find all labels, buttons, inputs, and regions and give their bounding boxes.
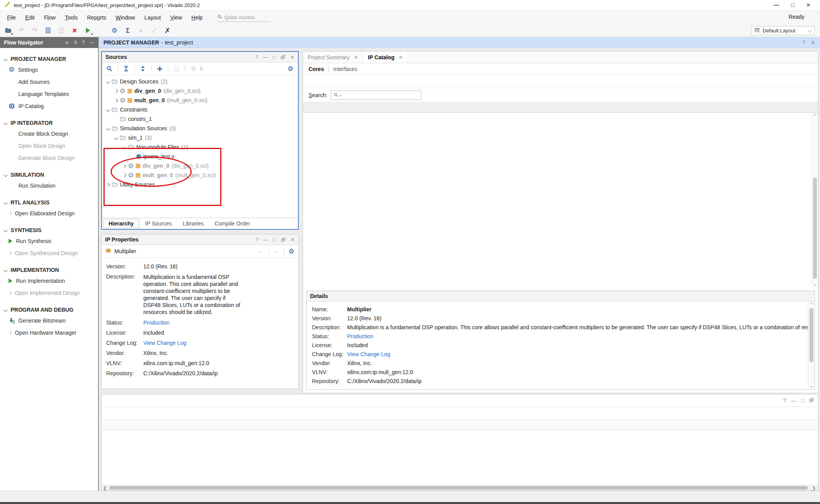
chevron-right-icon[interactable]	[123, 164, 127, 168]
help-icon[interactable]: ?	[783, 398, 786, 404]
chevron-right-icon[interactable]	[114, 89, 118, 93]
search-button[interactable]	[104, 64, 114, 74]
highlight-pen-button[interactable]	[149, 25, 159, 35]
clipboard-button[interactable]	[56, 25, 66, 35]
flownav-item-open-elaborated-design[interactable]: Open Elaborated Design	[0, 207, 98, 219]
menu-layout[interactable]: Layout	[140, 13, 166, 22]
chevron-down-icon[interactable]	[4, 57, 8, 61]
menu-view[interactable]: View	[166, 13, 187, 22]
minimize-icon[interactable]: —	[791, 398, 797, 404]
horizontal-scrollbar[interactable]: ❮ ❯	[102, 485, 818, 490]
sources-tab-hierarchy[interactable]: Hierarchy	[103, 219, 139, 228]
property-value[interactable]: View Change Log	[347, 351, 390, 357]
layout-selector[interactable]: Default Layout	[751, 26, 815, 35]
window-close-icon[interactable]: ✕	[806, 2, 811, 8]
collapse-all-icon[interactable]: ≍	[65, 40, 69, 45]
tree-item-ipcore-test-v[interactable]: ipcore_test.v	[102, 152, 298, 161]
tree-item-utility-sources[interactable]: Utility Sources	[102, 180, 298, 189]
sources-tab-ip-sources[interactable]: IP Sources	[141, 219, 176, 228]
flownav-item-open-block-design[interactable]: Open Block Design	[0, 140, 98, 152]
generate-bitstream-button[interactable]	[96, 25, 106, 35]
maximize-icon[interactable]: □	[801, 398, 804, 404]
tree-item-design-sources[interactable]: Design Sources (2)	[102, 77, 298, 86]
flow-section-header-6[interactable]: PROGRAM AND DEBUG	[0, 305, 98, 314]
catalog-search-input[interactable]	[331, 91, 421, 100]
float-icon[interactable]	[280, 55, 285, 60]
settings-gear-button[interactable]: ⚙	[109, 25, 119, 35]
add-sources-button[interactable]	[155, 64, 165, 74]
window-minimize-icon[interactable]: —	[774, 2, 779, 8]
help-icon[interactable]: ?	[802, 39, 805, 46]
vertical-scrollbar[interactable]: ⌃ ⌄	[811, 113, 818, 287]
subtab-cores[interactable]: Cores	[308, 66, 324, 72]
flownav-item-run-simulation[interactable]: Run Simulation	[0, 179, 98, 192]
help-icon[interactable]: ?	[255, 54, 258, 60]
back-arrow-icon[interactable]: ←	[258, 248, 264, 254]
tree-item-div-gen-0[interactable]: div_gen_0 (div_gen_0.xci)	[102, 161, 298, 170]
flownav-item-run-synthesis[interactable]: Run Synthesis	[0, 235, 98, 247]
property-value[interactable]: Production	[347, 333, 373, 339]
flownav-item-ip-catalog[interactable]: IP Catalog	[0, 100, 98, 112]
close-icon[interactable]: ✕	[811, 39, 815, 46]
chevron-down-icon[interactable]	[4, 268, 8, 272]
tab-project-summary[interactable]: Project Summary✕	[303, 51, 363, 63]
chevron-down-icon[interactable]	[106, 80, 110, 83]
tree-item-mult-gen-0[interactable]: mult_gen_0 (mult_gen_0.xci)	[102, 170, 298, 180]
float-icon[interactable]	[809, 398, 814, 403]
tree-item-constrs-1[interactable]: constrs_1	[102, 114, 298, 124]
chevron-down-icon[interactable]	[4, 173, 8, 177]
flownav-item-run-implementation[interactable]: Run Implementation	[0, 275, 98, 287]
status-badge-button[interactable]	[188, 64, 198, 74]
tree-item-div-gen-0[interactable]: div_gen_0 (div_gen_0.xci)	[102, 86, 298, 96]
subtab-interfaces[interactable]: Interfaces	[333, 66, 357, 72]
chevron-down-icon[interactable]	[4, 201, 8, 204]
scroll-right-icon[interactable]: ❯	[812, 486, 816, 491]
flownav-item-open-synthesized-design[interactable]: Open Synthesized Design	[0, 247, 98, 259]
menu-flow[interactable]: Flow	[39, 13, 61, 22]
chevron-right-icon[interactable]	[106, 183, 110, 186]
chevron-down-icon[interactable]	[114, 136, 118, 140]
undo-arrow-button[interactable]: ↶	[16, 25, 27, 35]
collapse-all-button[interactable]	[121, 64, 131, 74]
file-question-button[interactable]: ?	[171, 64, 182, 74]
menu-tools[interactable]: Tools	[60, 13, 82, 22]
chevron-right-icon[interactable]	[114, 98, 118, 102]
close-x-dark-button[interactable]: ✗	[162, 25, 173, 35]
menu-edit[interactable]: Edit	[21, 13, 39, 22]
delete-x-red-button[interactable]: ×	[70, 25, 80, 35]
tree-item-constraints[interactable]: Constraints	[102, 105, 298, 114]
flownav-item-open-implemented-design[interactable]: Open Implemented Design	[0, 287, 98, 299]
maximize-icon[interactable]: □	[273, 237, 276, 243]
tab-ip-catalog[interactable]: IP Catalog✕	[363, 51, 408, 63]
flow-section-header-4[interactable]: SYNTHESIS	[0, 225, 98, 235]
flownav-item-settings[interactable]: ⚙Settings	[0, 64, 98, 76]
chevron-down-icon[interactable]	[4, 121, 8, 125]
close-icon[interactable]: ✕	[398, 54, 403, 60]
menu-file[interactable]: File	[2, 13, 21, 22]
float-icon[interactable]	[281, 237, 286, 242]
chevron-right-icon[interactable]	[123, 173, 127, 177]
tree-item-non-module-files[interactable]: Non-module Files (1)	[102, 142, 298, 152]
flow-section-header-1[interactable]: IP INTEGRATOR	[0, 118, 98, 128]
chevron-right-icon[interactable]	[8, 211, 12, 215]
flownav-item-add-sources[interactable]: Add Sources	[0, 76, 98, 88]
scrollbar-thumb[interactable]	[813, 177, 817, 279]
flownav-item-language-templates[interactable]: Language Templates	[0, 88, 98, 100]
minimize-icon[interactable]: —	[263, 54, 268, 60]
settings-gear-button[interactable]: ⚙	[285, 64, 296, 74]
minimize-icon[interactable]: —	[263, 237, 268, 243]
flow-section-header-0[interactable]: PROJECT MANAGER	[0, 54, 98, 64]
property-value[interactable]: Production	[143, 319, 169, 326]
close-icon[interactable]: ✕	[291, 237, 295, 243]
chevron-right-icon[interactable]	[8, 291, 12, 295]
chevron-right-icon[interactable]	[8, 331, 12, 335]
scroll-down-icon[interactable]: ⌄	[812, 282, 818, 287]
chevron-right-icon[interactable]	[8, 251, 12, 255]
scroll-up-icon[interactable]: ⌃	[812, 114, 818, 119]
flownav-item-open-hardware-manager[interactable]: Open Hardware Manager	[0, 327, 98, 339]
tree-item-mult-gen-0[interactable]: mult_gen_0 (mult_gen_0.xci)	[102, 96, 298, 105]
help-icon[interactable]: ?	[256, 237, 258, 243]
scrollbar-thumb[interactable]	[109, 486, 808, 490]
redo-arrow-button[interactable]: ↷	[30, 25, 40, 35]
expand-all-icon[interactable]: ⇕	[73, 40, 77, 45]
